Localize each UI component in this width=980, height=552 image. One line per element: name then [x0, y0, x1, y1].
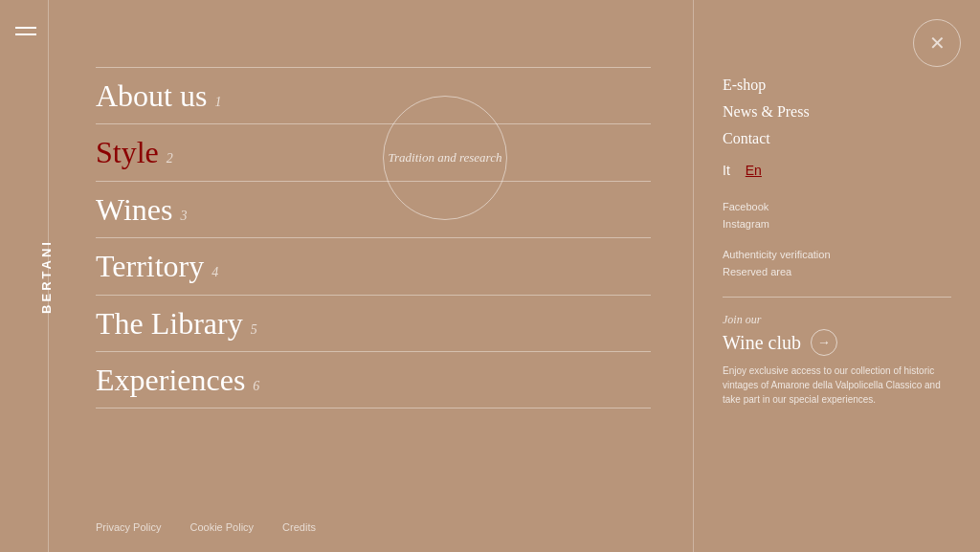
circle-tagline: Tradition and research [383, 96, 507, 220]
language-switcher: ItEn [723, 163, 951, 178]
footer-credits[interactable]: Credits [282, 521, 316, 533]
nav-number: 4 [212, 265, 218, 280]
nav-number: 2 [167, 151, 173, 166]
social-instagram[interactable]: Instagram [723, 218, 951, 230]
main-navigation: About us1Style2Wines3Territory4The Libra… [96, 67, 651, 408]
utility-links: Authenticity verificationReserved area [723, 249, 951, 277]
nav-number: 1 [214, 95, 221, 110]
wine-club-arrow-button[interactable]: → [811, 329, 837, 356]
footer: Privacy PolicyCookie PolicyCredits [96, 521, 316, 533]
utility-authenticity-verification[interactable]: Authenticity verification [723, 249, 951, 260]
nav-number: 5 [251, 322, 257, 338]
divider [723, 297, 951, 298]
right-nav-contact[interactable]: Contact [723, 130, 951, 147]
right-nav-e-shop[interactable]: E-shop [723, 77, 951, 94]
lang-it[interactable]: It [723, 163, 730, 178]
lang-en[interactable]: En [746, 163, 762, 178]
wine-club-title: Wine club [723, 332, 801, 354]
nav-label: Style [96, 134, 159, 170]
footer-privacy-policy[interactable]: Privacy Policy [96, 521, 161, 533]
right-panel: E-shopNews & PressContact ItEn FacebookI… [693, 0, 980, 552]
wine-club-title-row: Wine club → [723, 329, 951, 356]
wine-club-description: Enjoy exclusive access to our collection… [723, 364, 951, 407]
nav-item-style[interactable]: Style2 [96, 124, 651, 181]
right-nav-news-and-press[interactable]: News & Press [723, 103, 951, 121]
nav-label: Territory [96, 248, 204, 284]
nav-label: About us [96, 77, 207, 114]
nav-label: The Library [96, 305, 243, 342]
social-facebook[interactable]: Facebook [723, 201, 951, 212]
nav-item-the-library[interactable]: The Library5 [96, 296, 651, 352]
wine-club: Join our Wine club → Enjoy exclusive acc… [723, 313, 951, 407]
nav-label: Wines [96, 191, 172, 228]
nav-item-wines[interactable]: Wines3 [96, 182, 651, 238]
nav-number: 3 [180, 209, 187, 224]
close-icon: ✕ [929, 32, 946, 55]
utility-reserved-area[interactable]: Reserved area [723, 266, 951, 277]
nav-number: 6 [253, 379, 259, 394]
wine-club-subtitle: Join our [723, 313, 951, 327]
nav-item-about-us[interactable]: About us1 [96, 67, 651, 124]
brand-name: BERTANI [39, 239, 54, 314]
nav-label: Experiences [96, 362, 245, 398]
nav-item-experiences[interactable]: Experiences6 [96, 352, 651, 408]
footer-cookie-policy[interactable]: Cookie Policy [189, 521, 254, 533]
hamburger-menu[interactable] [15, 27, 36, 35]
close-button[interactable]: ✕ [913, 19, 961, 67]
social-links: FacebookInstagram [723, 201, 951, 230]
nav-item-territory[interactable]: Territory4 [96, 238, 651, 295]
